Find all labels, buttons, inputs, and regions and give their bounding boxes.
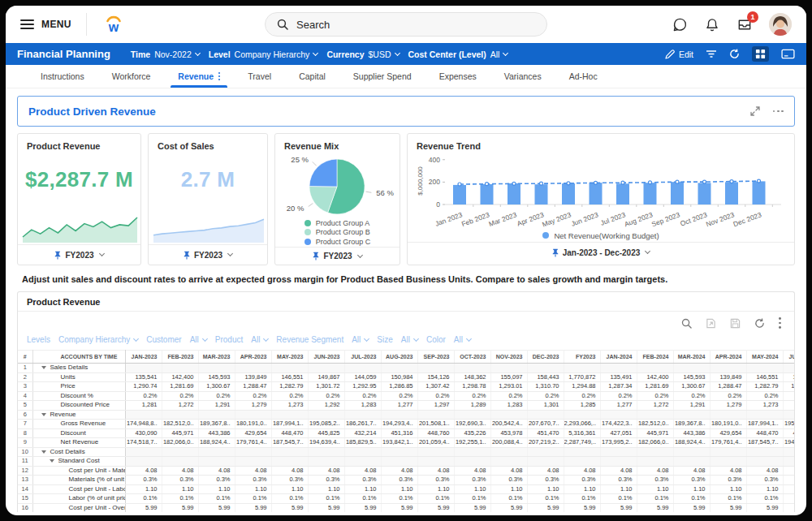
cell[interactable]: 1,301 bbox=[527, 401, 564, 411]
column-header[interactable]: FY2023 bbox=[564, 351, 600, 364]
filter-button[interactable] bbox=[706, 50, 717, 59]
grid-filter-6[interactable]: Revenue Segment bbox=[276, 335, 343, 344]
cell[interactable]: 135,491 bbox=[600, 372, 637, 382]
cell[interactable]: 443,386 bbox=[673, 428, 710, 438]
cell[interactable]: 182,512,0.. bbox=[162, 420, 198, 429]
cell[interactable]: 432,214 bbox=[344, 428, 381, 438]
cell[interactable] bbox=[271, 364, 308, 373]
cell[interactable]: 4.08 bbox=[673, 466, 710, 476]
cell[interactable]: 0.2% bbox=[198, 391, 235, 401]
cell[interactable]: 4.08 bbox=[454, 466, 490, 476]
cell[interactable]: 150,984 bbox=[381, 372, 417, 382]
cell[interactable]: 5,316,361 bbox=[564, 428, 600, 438]
cell[interactable]: 0.3% bbox=[637, 476, 673, 485]
cell[interactable] bbox=[746, 410, 783, 420]
cell[interactable]: 1.10 bbox=[600, 484, 637, 494]
cell[interactable]: 0.2% bbox=[637, 391, 673, 401]
cell[interactable]: 0.3% bbox=[344, 476, 381, 485]
cell[interactable]: 1,273 bbox=[746, 401, 783, 411]
cell[interactable]: 0.2% bbox=[527, 391, 564, 401]
cell[interactable]: 5.99 bbox=[381, 503, 417, 512]
cell[interactable]: 0.1% bbox=[454, 494, 490, 504]
cell[interactable]: 0.1% bbox=[235, 494, 271, 504]
cell[interactable]: 0.1% bbox=[344, 494, 381, 504]
cell[interactable] bbox=[271, 447, 308, 457]
cell[interactable]: 0.1% bbox=[710, 494, 746, 504]
column-header[interactable]: APR-2024 bbox=[710, 351, 746, 364]
column-header[interactable]: NOV-2023 bbox=[490, 351, 527, 364]
cell[interactable] bbox=[637, 447, 673, 457]
cell[interactable]: 174,948,8.. bbox=[125, 420, 162, 429]
banner-filter-value-3[interactable]: All bbox=[490, 50, 508, 59]
period-selector[interactable]: Jan-2023 - Dec-2023 bbox=[408, 242, 794, 262]
cell[interactable]: 0.3% bbox=[710, 476, 746, 485]
tab-revenue[interactable]: Revenue bbox=[164, 65, 234, 88]
cell[interactable]: 1,285 bbox=[564, 401, 600, 411]
cell[interactable]: 1,288.47 bbox=[710, 382, 746, 392]
cell[interactable]: 1,287.34 bbox=[600, 382, 637, 392]
cell[interactable]: 189,367,8.. bbox=[673, 420, 710, 429]
cell[interactable] bbox=[710, 364, 746, 373]
cell[interactable]: 200,088,4.. bbox=[490, 438, 527, 448]
cell[interactable]: 0.3% bbox=[417, 476, 454, 485]
cell[interactable] bbox=[125, 447, 162, 457]
cell[interactable]: 148,362 bbox=[454, 372, 490, 382]
cell[interactable]: 1,282.79 bbox=[271, 382, 308, 392]
cell[interactable]: 1,277 bbox=[600, 401, 637, 411]
cell[interactable]: 5.99 bbox=[417, 503, 454, 512]
cell[interactable] bbox=[490, 364, 527, 373]
cell[interactable]: 448,470 bbox=[746, 428, 783, 438]
cell[interactable] bbox=[454, 447, 490, 457]
banner-filter-value-1[interactable]: Company Hierarchy bbox=[235, 50, 318, 59]
column-header[interactable]: MAY-2023 bbox=[271, 351, 308, 364]
grid-filter-5[interactable]: All bbox=[251, 335, 268, 344]
cell[interactable] bbox=[710, 457, 746, 467]
cell[interactable] bbox=[637, 364, 673, 373]
cell[interactable]: 0.2% bbox=[454, 391, 490, 401]
cell[interactable] bbox=[235, 447, 271, 457]
cell[interactable] bbox=[564, 364, 600, 373]
row-label[interactable]: Units bbox=[32, 372, 125, 382]
cell[interactable] bbox=[710, 447, 746, 457]
cell[interactable]: 2,287,749,.. bbox=[564, 438, 600, 448]
cell[interactable]: 1.10 bbox=[746, 484, 783, 494]
cell[interactable]: 5.99 bbox=[454, 503, 490, 512]
cell[interactable]: 146,551 bbox=[271, 372, 308, 382]
grid-filter-8[interactable]: Size bbox=[377, 335, 392, 344]
column-header[interactable]: APR-2023 bbox=[235, 351, 271, 364]
row-label[interactable]: Discount % bbox=[32, 391, 125, 401]
period-selector[interactable]: FY2023 bbox=[18, 244, 140, 265]
cell[interactable] bbox=[308, 447, 344, 457]
cell[interactable]: 187,994,1.. bbox=[746, 420, 783, 429]
cell[interactable] bbox=[162, 457, 198, 467]
cell[interactable] bbox=[198, 457, 235, 467]
tab-capital[interactable]: Capital bbox=[285, 65, 339, 88]
cell[interactable]: 145,593 bbox=[673, 372, 710, 382]
cell[interactable]: 0.2% bbox=[308, 391, 344, 401]
cell[interactable]: 1,301.72 bbox=[308, 382, 344, 392]
cell[interactable]: 194,639,4.. bbox=[783, 438, 795, 448]
cell[interactable]: 173,995,2.. bbox=[600, 438, 637, 448]
cell[interactable]: 1,297 bbox=[417, 401, 454, 411]
cell[interactable]: 0.1% bbox=[381, 494, 417, 504]
cell[interactable]: 5.99 bbox=[198, 503, 235, 512]
cell[interactable]: 158,443 bbox=[527, 372, 564, 382]
cell[interactable] bbox=[235, 364, 271, 373]
cell[interactable] bbox=[527, 447, 564, 457]
cell[interactable]: 155,097 bbox=[490, 372, 527, 382]
cell[interactable]: 1,272 bbox=[637, 401, 673, 411]
cell[interactable]: 207,670,7.. bbox=[527, 420, 564, 429]
banner-filter-value-2[interactable]: $USD bbox=[368, 50, 399, 59]
cell[interactable]: 0.3% bbox=[673, 476, 710, 485]
cell[interactable]: 5.99 bbox=[308, 503, 344, 512]
cell[interactable]: 1,300.67 bbox=[673, 382, 710, 392]
cell[interactable]: 4.08 bbox=[381, 466, 417, 476]
cell[interactable]: 5.99 bbox=[564, 503, 600, 512]
column-header[interactable]: JUN-2023 bbox=[308, 351, 344, 364]
cell[interactable] bbox=[344, 447, 381, 457]
cell[interactable] bbox=[125, 457, 162, 467]
cell[interactable]: 1.10 bbox=[344, 484, 381, 494]
cell[interactable] bbox=[344, 364, 381, 373]
cell[interactable] bbox=[162, 410, 198, 420]
cell[interactable] bbox=[308, 410, 344, 420]
